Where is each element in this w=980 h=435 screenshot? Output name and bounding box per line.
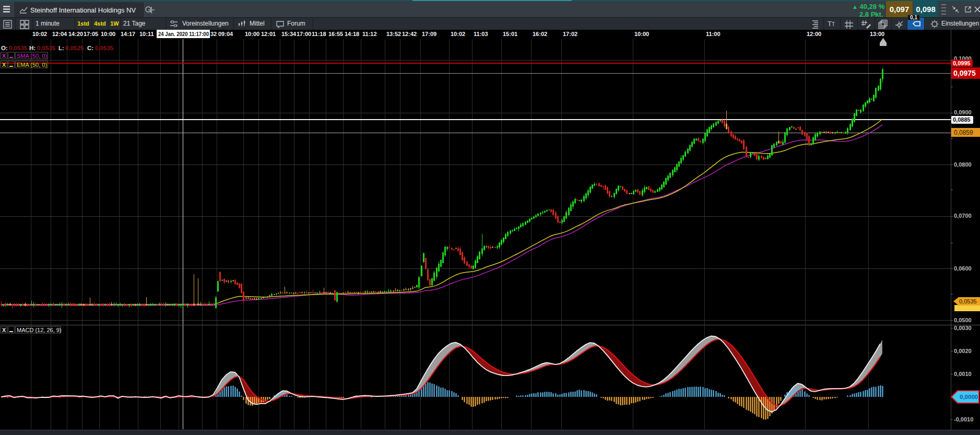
- svg-text:0,0020: 0,0020: [954, 348, 972, 354]
- svg-text:10:02: 10:02: [32, 31, 47, 37]
- svg-text:11:03: 11:03: [474, 31, 488, 37]
- svg-text:0,0900: 0,0900: [954, 109, 972, 115]
- svg-text:32: 32: [210, 31, 217, 37]
- svg-text:C:: C:: [87, 45, 93, 51]
- svg-text:12:04: 12:04: [52, 31, 67, 37]
- svg-text:10:00: 10:00: [245, 31, 259, 37]
- svg-text:24 Jan. 2020 11:17:00: 24 Jan. 2020 11:17:00: [158, 31, 209, 37]
- svg-text:0,0535: 0,0535: [37, 45, 56, 51]
- svg-text:0,0600: 0,0600: [954, 265, 972, 272]
- svg-text:14:20: 14:20: [68, 31, 83, 37]
- svg-text:10:00: 10:00: [101, 31, 115, 37]
- svg-text:11:12: 11:12: [362, 31, 377, 37]
- svg-text:L:: L:: [58, 45, 64, 51]
- svg-text:0,0500: 0,0500: [954, 317, 972, 323]
- svg-text:13:00: 13:00: [870, 31, 884, 37]
- svg-text:0,0995: 0,0995: [953, 60, 971, 66]
- svg-text:X: X: [2, 53, 6, 59]
- svg-text:15:34: 15:34: [281, 31, 297, 37]
- svg-text:12:01: 12:01: [261, 31, 276, 37]
- svg-text:13:52: 13:52: [386, 31, 401, 37]
- svg-text:X: X: [2, 62, 6, 68]
- svg-text:EMA (50, 0): EMA (50, 0): [17, 62, 47, 68]
- svg-text:11:00: 11:00: [706, 31, 721, 37]
- svg-text:0,0975: 0,0975: [953, 69, 976, 77]
- svg-text:09:04: 09:04: [218, 31, 233, 37]
- svg-text:0,0535: 0,0535: [95, 45, 114, 51]
- svg-text:-0,0010: -0,0010: [954, 416, 973, 422]
- svg-text:10:11: 10:11: [139, 31, 154, 37]
- svg-text:0,0535: 0,0535: [959, 298, 977, 304]
- svg-text:12:00: 12:00: [807, 31, 821, 37]
- svg-text:0,0535: 0,0535: [9, 45, 28, 51]
- svg-text:10:00: 10:00: [634, 31, 649, 37]
- svg-text:17:00: 17:00: [297, 31, 311, 37]
- svg-text:MACD (12, 26, 9): MACD (12, 26, 9): [17, 327, 62, 333]
- svg-text:0,0525: 0,0525: [65, 45, 84, 51]
- svg-text:O:: O:: [1, 45, 8, 51]
- svg-text:11:18: 11:18: [312, 31, 326, 37]
- svg-text:X: X: [2, 327, 6, 333]
- svg-text:14:18: 14:18: [345, 31, 359, 37]
- svg-text:15:01: 15:01: [503, 31, 517, 37]
- svg-text:16:55: 16:55: [328, 31, 343, 37]
- svg-text:0,0885: 0,0885: [953, 116, 971, 123]
- svg-text:17:05: 17:05: [84, 31, 98, 37]
- svg-text:0,0000: 0,0000: [960, 394, 978, 400]
- svg-text:0,0700: 0,0700: [954, 213, 972, 219]
- svg-text:0,0030: 0,0030: [954, 325, 972, 331]
- svg-text:0,0800: 0,0800: [954, 161, 972, 168]
- svg-text:H:: H:: [29, 45, 36, 51]
- svg-text:16:02: 16:02: [533, 31, 547, 37]
- svg-text:10:02: 10:02: [451, 31, 465, 37]
- svg-text:14:17: 14:17: [121, 31, 135, 37]
- svg-text:SMA (50, 0): SMA (50, 0): [17, 53, 47, 59]
- svg-text:0,0859: 0,0859: [954, 129, 973, 136]
- svg-text:17:02: 17:02: [563, 31, 577, 37]
- svg-text:17:09: 17:09: [422, 31, 436, 37]
- svg-text:12:42: 12:42: [402, 31, 417, 37]
- svg-text:0,0010: 0,0010: [954, 371, 972, 377]
